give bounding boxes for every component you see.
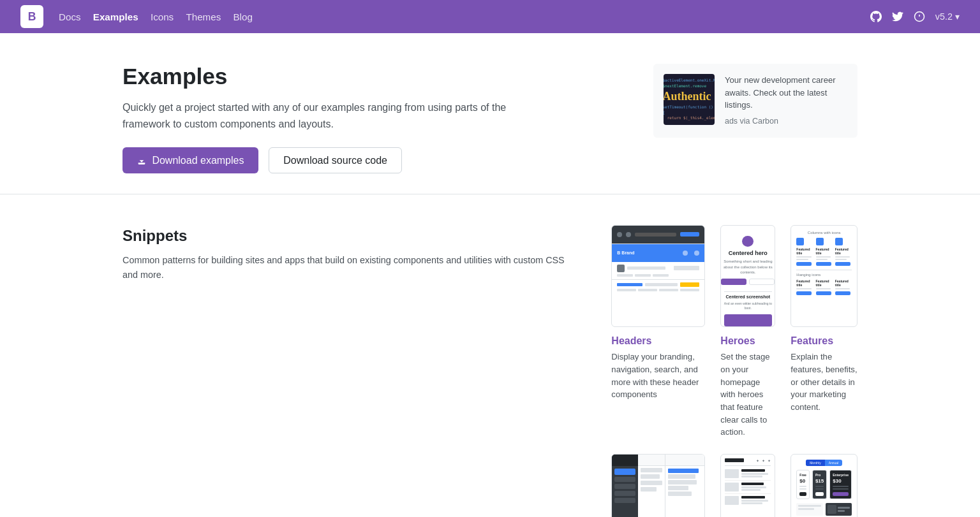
hero-description: Quickly get a project started with any o… bbox=[122, 99, 556, 132]
nav-links: Docs Examples Icons Themes Blog bbox=[59, 11, 253, 22]
snippet-thumb-blog: ✦ ✦ ✦ bbox=[720, 454, 775, 517]
snippet-thumb-features: Columns with icons Featured title Featur… bbox=[791, 225, 858, 327]
nav-icons[interactable]: Icons bbox=[151, 11, 174, 22]
nav-examples[interactable]: Examples bbox=[93, 11, 138, 22]
page-title: Examples bbox=[122, 64, 556, 89]
version-dropdown[interactable]: v5.2 ▾ bbox=[935, 11, 960, 22]
snippet-thumb-heroes: Centered hero Something short and leadin… bbox=[720, 225, 775, 327]
main-content: Snippets Common patterns for building si… bbox=[0, 194, 980, 517]
snippets-grid: B Brand bbox=[611, 225, 858, 517]
snippets-heading: Snippets bbox=[122, 227, 581, 245]
circle-icon[interactable] bbox=[914, 11, 925, 22]
download-icon bbox=[137, 156, 147, 166]
brand-logo[interactable]: B bbox=[20, 5, 43, 28]
ad-text: Your new development career awaits. Chec… bbox=[725, 74, 847, 127]
hero-buttons: Download examples Download source code bbox=[122, 147, 556, 173]
ad-card: $activeElement.oneXit.M $nextElement.rem… bbox=[653, 64, 858, 138]
nav-docs[interactable]: Docs bbox=[59, 11, 81, 22]
ad-image: $activeElement.oneXit.M $nextElement.rem… bbox=[664, 74, 715, 125]
heroes-link[interactable]: Heroes bbox=[720, 335, 775, 347]
navbar: B Docs Examples Icons Themes Blog v5.2 ▾ bbox=[0, 0, 980, 33]
twitter-icon[interactable] bbox=[892, 11, 903, 22]
features-link[interactable]: Features bbox=[791, 335, 858, 347]
headers-desc: Display your branding, navigation, searc… bbox=[611, 351, 705, 401]
features-desc: Explain the features, benefits, or other… bbox=[791, 351, 858, 413]
headers-link[interactable]: Headers bbox=[611, 335, 705, 347]
snippets-sidebar: Snippets Common patterns for building si… bbox=[122, 225, 581, 517]
nav-themes[interactable]: Themes bbox=[186, 11, 221, 22]
snippet-thumb-sidebars bbox=[611, 454, 705, 517]
hero-section: Examples Quickly get a project started w… bbox=[0, 33, 980, 194]
hero-content: Examples Quickly get a project started w… bbox=[122, 64, 556, 173]
snippets-section: Snippets Common patterns for building si… bbox=[122, 225, 858, 517]
github-icon[interactable] bbox=[870, 11, 882, 22]
nav-blog[interactable]: Blog bbox=[233, 11, 252, 22]
snippets-description: Common patterns for building sites and a… bbox=[122, 253, 581, 282]
download-examples-button[interactable]: Download examples bbox=[122, 147, 258, 173]
snippet-card-features: Columns with icons Featured title Featur… bbox=[791, 225, 858, 439]
nav-left: B Docs Examples Icons Themes Blog bbox=[20, 5, 253, 28]
snippet-card-headers: B Brand bbox=[611, 225, 705, 439]
snippet-thumb-headers: B Brand bbox=[611, 225, 705, 327]
snippet-card-blog: ✦ ✦ ✦ bbox=[720, 454, 775, 517]
heroes-desc: Set the stage on your homepage with hero… bbox=[720, 351, 775, 439]
snippet-card-pricing: Monthly Annual Free $0 Pr bbox=[791, 454, 858, 517]
nav-right: v5.2 ▾ bbox=[870, 11, 960, 22]
snippet-card-heroes: Centered hero Something short and leadin… bbox=[720, 225, 775, 439]
snippet-thumb-pricing: Monthly Annual Free $0 Pr bbox=[791, 454, 858, 517]
snippet-card-sidebars: Sidebars Common sidebar navigation patte… bbox=[611, 454, 705, 517]
download-source-button[interactable]: Download source code bbox=[269, 147, 403, 173]
